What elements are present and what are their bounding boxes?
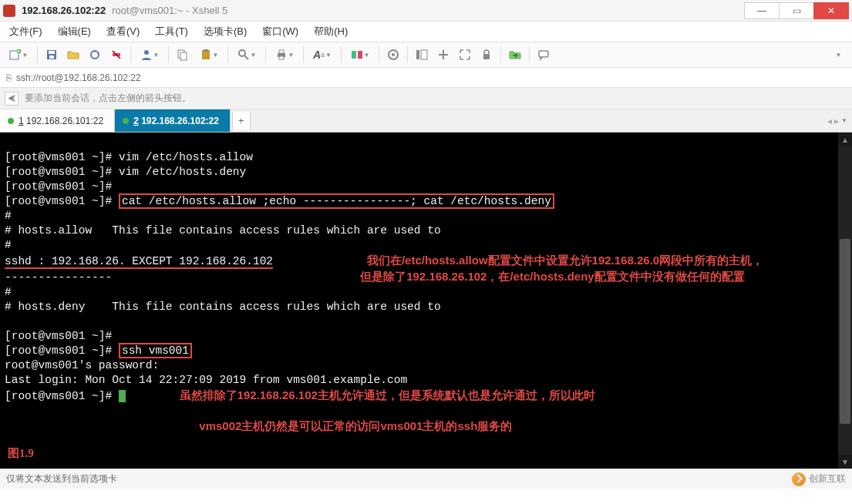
menu-edit[interactable]: 编辑(E) xyxy=(55,23,94,40)
menu-tools[interactable]: 工具(T) xyxy=(152,23,191,40)
svg-rect-23 xyxy=(421,50,427,59)
svg-rect-12 xyxy=(204,49,208,52)
svg-point-13 xyxy=(239,50,245,56)
term-line-prompt: [root@vms001 ~]# xyxy=(5,195,119,207)
maximize-button[interactable]: ▭ xyxy=(779,2,814,19)
term-line: # hosts.allow This file contains access … xyxy=(5,224,441,237)
svg-rect-10 xyxy=(180,52,187,60)
status-bar: 仅将文本发送到当前选项卡 创新互联 xyxy=(0,469,852,489)
annotation-result-1: 虽然排除了192.168.26.102主机允许通过，但是系统默认也是允许通过，所… xyxy=(180,388,595,402)
annotation-allow-1: 我们在/etc/hosts.allow配置文件中设置允许192.168.26.0… xyxy=(367,254,763,267)
tunneling-button[interactable] xyxy=(434,45,453,64)
status-dot-icon xyxy=(123,118,129,124)
term-line: [root@vms001 ~]# xyxy=(5,330,112,342)
properties-button[interactable] xyxy=(384,45,402,64)
scroll-down-icon[interactable]: ▼ xyxy=(838,455,852,469)
menu-file[interactable]: 文件(F) xyxy=(6,23,45,40)
find-button[interactable]: ▼ xyxy=(233,45,261,64)
minimize-button[interactable]: — xyxy=(744,2,780,19)
tab1-num: 1 xyxy=(19,116,24,126)
tab-nav-arrows[interactable]: ◂ ▸ ▼ xyxy=(827,109,852,132)
window-title-session: root@vms001:~ - Xshell 5 xyxy=(112,5,227,16)
terminal-output[interactable]: [root@vms001 ~]# vim /etc/hosts.allow [r… xyxy=(0,133,838,469)
term-line: root@vms001's password: xyxy=(5,359,159,371)
term-line: # xyxy=(5,239,12,251)
lock-button[interactable] xyxy=(477,45,496,64)
window-title-host: 192.168.26.102:22 xyxy=(22,5,106,16)
menu-bar: 文件(F) 编辑(E) 查看(V) 工具(T) 选项卡(B) 窗口(W) 帮助(… xyxy=(0,22,852,42)
annotation-result-2: vms002主机仍然是可以正常的访问vms001主机的ssh服务的 xyxy=(199,419,512,432)
hint-bar: ⮜ 要添加当前会话，点击左侧的箭头按钮。 xyxy=(0,88,852,109)
new-session-button[interactable]: ▼ xyxy=(5,45,32,64)
svg-rect-18 xyxy=(352,51,356,59)
session-tab-2[interactable]: 2 192.168.26.102:22 xyxy=(115,109,231,132)
highlight-sshd-rule: sshd : 192.168.26. EXCEPT 192.168.26.102 xyxy=(5,255,273,269)
save-button[interactable] xyxy=(42,45,61,64)
toolbar: ▼ ▼ ▼ ▼ ▼ Aa▼ ▼ ▼ xyxy=(0,42,852,68)
address-url: ssh://root@192.168.26.102:22 xyxy=(16,72,141,83)
paste-button[interactable]: ▼ xyxy=(195,45,223,64)
hint-text: 要添加当前会话，点击左侧的箭头按钮。 xyxy=(25,92,191,105)
svg-rect-25 xyxy=(539,51,548,57)
svg-rect-3 xyxy=(49,51,55,54)
term-line: ---------------- xyxy=(5,271,112,284)
svg-rect-24 xyxy=(483,54,490,59)
profile-button[interactable]: ▼ xyxy=(136,45,163,64)
tab2-label: 192.168.26.102:22 xyxy=(139,116,219,126)
highlight-ssh-command: ssh vms001 xyxy=(119,343,192,358)
scroll-up-icon[interactable]: ▲ xyxy=(838,133,852,146)
font-button[interactable]: Aa▼ xyxy=(308,45,336,64)
toolbar-overflow-button[interactable]: ▼ xyxy=(829,45,847,64)
tab2-num: 2 xyxy=(133,116,139,126)
term-line: # xyxy=(5,286,12,298)
title-bar: 192.168.26.102:22 root@vms001:~ - Xshell… xyxy=(0,0,852,22)
terminal-area: [root@vms001 ~]# vim /etc/hosts.allow [r… xyxy=(0,133,852,469)
term-line-prompt: [root@vms001 ~]# xyxy=(5,344,119,357)
vertical-scrollbar[interactable]: ▲ ▼ xyxy=(838,133,852,469)
brand-area: 创新互联 xyxy=(792,472,846,486)
term-line: [root@vms001 ~]# vim /etc/hosts.allow xyxy=(5,151,253,163)
toggle-sidebar-button[interactable] xyxy=(413,45,431,64)
reconnect-button[interactable] xyxy=(86,45,104,64)
term-line: [root@vms001 ~]# vim /etc/hosts.deny xyxy=(5,166,246,178)
copy-button[interactable] xyxy=(173,45,192,64)
term-line: # hosts.deny This file contains access r… xyxy=(5,301,441,313)
brand-text: 创新互联 xyxy=(809,472,846,486)
svg-rect-4 xyxy=(49,55,54,59)
svg-point-21 xyxy=(392,53,395,56)
status-text: 仅将文本发送到当前选项卡 xyxy=(6,472,117,486)
highlight-cat-command: cat /etc/hosts.allow ;echo -------------… xyxy=(119,193,554,209)
close-button[interactable]: ✕ xyxy=(813,2,849,19)
add-tab-button[interactable]: + xyxy=(232,112,251,129)
color-scheme-button[interactable]: ▼ xyxy=(346,45,374,64)
menu-tab[interactable]: 选项卡(B) xyxy=(200,23,250,40)
scroll-track[interactable] xyxy=(838,146,852,455)
menu-window[interactable]: 窗口(W) xyxy=(259,23,301,40)
xftp-button[interactable] xyxy=(506,45,524,64)
menu-help[interactable]: 帮助(H) xyxy=(311,23,351,40)
chat-button[interactable] xyxy=(534,45,553,64)
cursor-icon xyxy=(119,390,126,402)
app-icon xyxy=(3,5,15,17)
term-line: # xyxy=(5,210,12,222)
menu-view[interactable]: 查看(V) xyxy=(103,23,143,40)
open-button[interactable] xyxy=(64,45,83,64)
session-tab-1[interactable]: 1 192.168.26.101:22 xyxy=(0,109,115,132)
status-dot-icon xyxy=(8,118,14,124)
svg-rect-22 xyxy=(416,50,419,59)
tab-strip: 1 192.168.26.101:22 2 192.168.26.102:22 … xyxy=(0,109,852,133)
fullscreen-button[interactable] xyxy=(456,45,474,64)
lock-icon: ⎘ xyxy=(6,72,12,83)
address-bar[interactable]: ⎘ ssh://root@192.168.26.102:22 xyxy=(0,68,852,88)
svg-rect-19 xyxy=(358,51,362,59)
scroll-thumb[interactable] xyxy=(840,239,850,424)
tab1-label: 192.168.26.101:22 xyxy=(24,116,103,126)
disconnect-button[interactable] xyxy=(107,45,126,64)
print-button[interactable]: ▼ xyxy=(271,45,298,64)
svg-line-14 xyxy=(244,55,248,59)
svg-rect-16 xyxy=(279,50,284,53)
add-session-arrow-button[interactable]: ⮜ xyxy=(5,92,19,106)
annotation-allow-2: 但是除了192.168.26.102，在/etc/hosts.deny配置文件中… xyxy=(360,270,744,283)
svg-point-8 xyxy=(144,50,149,55)
term-line: [root@vms001 ~]# xyxy=(5,390,119,402)
